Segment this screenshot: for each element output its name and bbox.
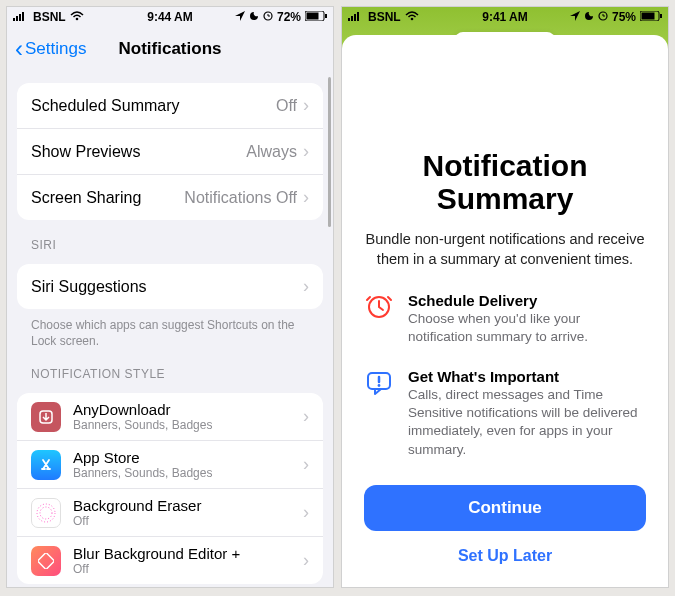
app-icon bbox=[31, 402, 61, 432]
feature-important: Get What's Important Calls, direct messa… bbox=[364, 368, 646, 459]
svg-rect-3 bbox=[22, 12, 24, 21]
carrier-label: BSNL bbox=[368, 10, 401, 24]
app-row-anydownloadr[interactable]: AnyDownloadr Banners, Sounds, Badges › bbox=[17, 393, 323, 441]
siri-group: Siri Suggestions › bbox=[17, 264, 323, 309]
chevron-left-icon: ‹ bbox=[15, 37, 23, 61]
section-header-siri: SIRI bbox=[31, 238, 309, 252]
app-sub: Off bbox=[73, 562, 291, 576]
app-row-appstore[interactable]: App Store Banners, Sounds, Badges › bbox=[17, 441, 323, 489]
sheet-title: Notification Summary bbox=[364, 149, 646, 215]
svg-rect-7 bbox=[307, 13, 319, 20]
battery-percent: 75% bbox=[612, 10, 636, 24]
scroll-indicator[interactable] bbox=[328, 77, 331, 227]
dnd-icon bbox=[249, 10, 259, 24]
row-label: Siri Suggestions bbox=[31, 278, 147, 296]
row-siri-suggestions[interactable]: Siri Suggestions › bbox=[17, 264, 323, 309]
feature-desc: Choose when you'd like your notification… bbox=[408, 310, 646, 346]
wifi-icon bbox=[70, 10, 84, 24]
battery-percent: 72% bbox=[277, 10, 301, 24]
svg-rect-2 bbox=[19, 14, 21, 21]
row-screen-sharing[interactable]: Screen Sharing Notifications Off› bbox=[17, 175, 323, 220]
wifi-icon bbox=[405, 10, 419, 24]
signal-icon bbox=[13, 10, 29, 24]
row-label: Show Previews bbox=[31, 143, 140, 161]
setup-later-button[interactable]: Set Up Later bbox=[364, 541, 646, 571]
svg-rect-16 bbox=[357, 12, 359, 21]
dnd-icon bbox=[584, 10, 594, 24]
row-label: Screen Sharing bbox=[31, 189, 141, 207]
svg-point-11 bbox=[40, 507, 52, 519]
svg-rect-0 bbox=[13, 18, 15, 21]
nav-bar: ‹ Settings Notifications bbox=[7, 27, 333, 71]
battery-icon bbox=[640, 10, 662, 24]
app-sub: Off bbox=[73, 514, 291, 528]
app-icon bbox=[31, 498, 61, 528]
app-name: App Store bbox=[73, 449, 291, 466]
page-title: Notifications bbox=[119, 39, 222, 59]
chevron-right-icon: › bbox=[303, 276, 309, 297]
row-value: Always bbox=[246, 143, 297, 161]
svg-point-24 bbox=[378, 384, 381, 387]
alarm-icon bbox=[598, 10, 608, 24]
phone-right: BSNL 9:41 AM 75% bbox=[341, 6, 669, 588]
onboarding-sheet: Notification Summary Bundle non-urgent n… bbox=[342, 35, 668, 587]
signal-icon bbox=[348, 10, 364, 24]
back-button[interactable]: ‹ Settings bbox=[15, 37, 86, 61]
location-icon bbox=[570, 10, 580, 24]
chevron-right-icon: › bbox=[303, 502, 309, 523]
chevron-right-icon: › bbox=[303, 550, 309, 571]
app-row-bgeraser[interactable]: Background Eraser Off › bbox=[17, 489, 323, 537]
row-show-previews[interactable]: Show Previews Always› bbox=[17, 129, 323, 175]
continue-button[interactable]: Continue bbox=[364, 485, 646, 531]
chevron-right-icon: › bbox=[303, 454, 309, 475]
alarm-icon bbox=[263, 10, 273, 24]
status-bar: BSNL 9:41 AM 75% bbox=[342, 7, 668, 27]
svg-rect-1 bbox=[16, 16, 18, 21]
battery-icon bbox=[305, 10, 327, 24]
app-sub: Banners, Sounds, Badges bbox=[73, 418, 291, 432]
status-bar: BSNL 9:44 AM 72% bbox=[7, 7, 333, 27]
general-group: Scheduled Summary Off› Show Previews Alw… bbox=[17, 83, 323, 220]
alert-bubble-icon bbox=[364, 368, 394, 398]
chevron-right-icon: › bbox=[303, 187, 309, 208]
app-icon bbox=[31, 546, 61, 576]
app-name: AnyDownloadr bbox=[73, 401, 291, 418]
svg-rect-12 bbox=[38, 553, 54, 569]
svg-rect-8 bbox=[325, 14, 327, 18]
svg-rect-20 bbox=[642, 13, 655, 20]
app-row-blur[interactable]: Blur Background Editor + Off › bbox=[17, 537, 323, 584]
svg-rect-14 bbox=[351, 16, 353, 21]
app-icon bbox=[31, 450, 61, 480]
location-icon bbox=[235, 10, 245, 24]
app-name: Background Eraser bbox=[73, 497, 291, 514]
apps-group: AnyDownloadr Banners, Sounds, Badges › A… bbox=[17, 393, 323, 584]
svg-rect-15 bbox=[354, 14, 356, 21]
svg-rect-13 bbox=[348, 18, 350, 21]
clock: 9:44 AM bbox=[147, 10, 193, 24]
siri-footer: Choose which apps can suggest Shortcuts … bbox=[31, 317, 309, 349]
chevron-right-icon: › bbox=[303, 95, 309, 116]
feature-title: Get What's Important bbox=[408, 368, 646, 385]
app-name: Blur Background Editor + bbox=[73, 545, 291, 562]
sheet-lead: Bundle non-urgent notifications and rece… bbox=[364, 229, 646, 270]
clock: 9:41 AM bbox=[482, 10, 528, 24]
row-value: Notifications Off bbox=[184, 189, 297, 207]
app-sub: Banners, Sounds, Badges bbox=[73, 466, 291, 480]
section-header-style: NOTIFICATION STYLE bbox=[31, 367, 309, 381]
row-value: Off bbox=[276, 97, 297, 115]
phone-left: BSNL 9:44 AM 72% bbox=[6, 6, 334, 588]
row-scheduled-summary[interactable]: Scheduled Summary Off› bbox=[17, 83, 323, 129]
row-label: Scheduled Summary bbox=[31, 97, 180, 115]
svg-point-4 bbox=[75, 18, 78, 21]
back-label: Settings bbox=[25, 39, 86, 59]
feature-schedule: Schedule Delivery Choose when you'd like… bbox=[364, 292, 646, 346]
feature-title: Schedule Delivery bbox=[408, 292, 646, 309]
svg-point-17 bbox=[410, 18, 413, 21]
chevron-right-icon: › bbox=[303, 406, 309, 427]
clock-icon bbox=[364, 292, 394, 322]
svg-rect-21 bbox=[660, 14, 662, 18]
carrier-label: BSNL bbox=[33, 10, 66, 24]
chevron-right-icon: › bbox=[303, 141, 309, 162]
feature-desc: Calls, direct messages and Time Sensitiv… bbox=[408, 386, 646, 459]
